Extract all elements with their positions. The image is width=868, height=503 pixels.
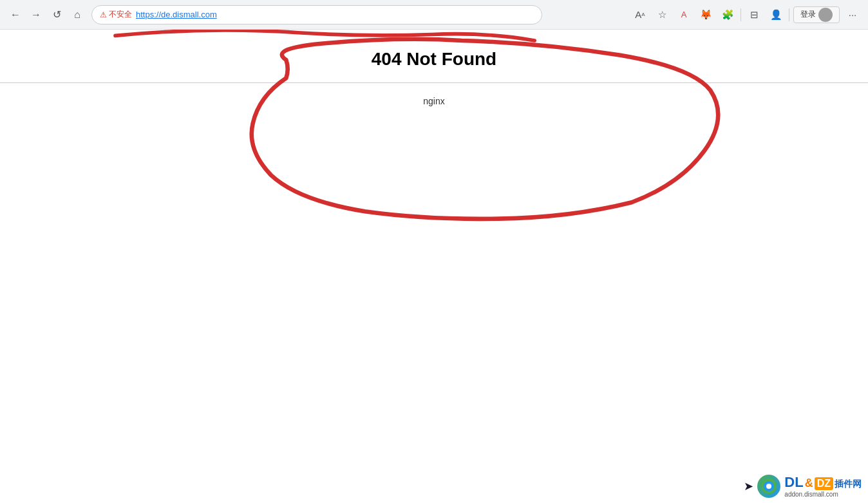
watermark-url: addon.dismall.com <box>784 491 862 498</box>
refresh-button[interactable]: ↺ <box>48 6 66 24</box>
font-icon[interactable]: AA <box>631 6 649 24</box>
home-button[interactable]: ⌂ <box>68 6 86 24</box>
svg-point-2 <box>766 484 771 489</box>
suffix-label: 插件网 <box>835 479 862 490</box>
dz-label: DZ <box>815 477 833 490</box>
security-warning: ⚠ 不安全 <box>100 9 132 20</box>
avatar <box>818 8 833 22</box>
collections-icon[interactable]: ⊟ <box>745 6 763 24</box>
extension-icon-2[interactable]: 🦊 <box>697 6 715 24</box>
url-display: https://de.dismall.com <box>136 10 217 19</box>
extensions-icon[interactable]: 🧩 <box>719 6 737 24</box>
page-content: 404 Not Found nginx ➤ DL & DZ 插件网 addo <box>0 30 868 503</box>
divider-2 <box>789 8 789 21</box>
svg-point-0 <box>761 479 777 494</box>
dl-label: DL <box>784 474 803 491</box>
svg-point-1 <box>764 481 774 491</box>
address-bar[interactable]: ⚠ 不安全 https://de.dismall.com <box>91 5 542 24</box>
security-label: 不安全 <box>109 9 132 20</box>
nav-buttons: ← → ↺ ⌂ <box>6 6 86 24</box>
back-button[interactable]: ← <box>6 6 24 24</box>
favorites-icon[interactable]: ☆ <box>653 6 671 24</box>
server-label: nginx <box>0 96 868 106</box>
error-section: 404 Not Found nginx <box>0 30 868 119</box>
browser-chrome: ← → ↺ ⌂ ⚠ 不安全 https://de.dismall.com AA … <box>0 0 868 30</box>
watermark: ➤ DL & DZ 插件网 addon.dismall.com <box>744 474 862 498</box>
more-button[interactable]: ··· <box>844 6 862 24</box>
login-label: 登录 <box>800 9 816 20</box>
forward-button[interactable]: → <box>27 6 45 24</box>
toolbar-right: AA ☆ A 🦊 🧩 ⊟ 👤 登录 ··· <box>631 6 862 24</box>
section-divider <box>0 82 868 83</box>
ampersand: & <box>805 477 813 490</box>
divider-1 <box>741 8 741 21</box>
extension-icon-1[interactable]: A <box>675 6 693 24</box>
account-icon[interactable]: 👤 <box>767 6 785 24</box>
watermark-text: DL & DZ 插件网 addon.dismall.com <box>784 474 862 498</box>
watermark-logo <box>757 475 780 498</box>
warning-icon: ⚠ <box>100 10 107 19</box>
watermark-arrow-icon: ➤ <box>744 479 753 493</box>
login-button[interactable]: 登录 <box>793 6 840 23</box>
error-title: 404 Not Found <box>0 49 868 70</box>
